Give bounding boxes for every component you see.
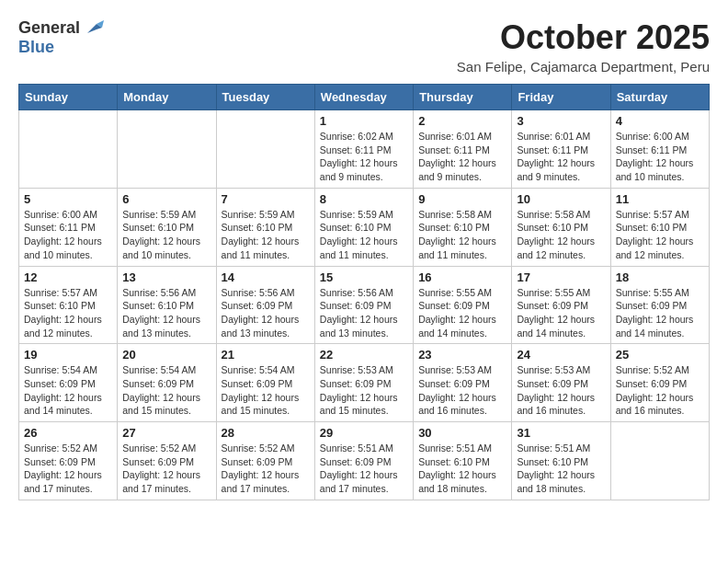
day-number: 28 [222, 426, 310, 440]
calendar-day-cell: 2Sunrise: 6:01 AMSunset: 6:11 PMDaylight… [414, 110, 512, 189]
day-info: Sunrise: 6:01 AMSunset: 6:11 PMDaylight:… [517, 130, 605, 184]
day-number: 26 [24, 426, 112, 440]
day-number: 7 [222, 192, 310, 206]
calendar-weekday-header: Wednesday [314, 85, 413, 110]
day-number: 25 [616, 348, 704, 362]
day-info: Sunrise: 6:02 AMSunset: 6:11 PMDaylight:… [320, 130, 408, 184]
calendar-day-cell: 17Sunrise: 5:55 AMSunset: 6:09 PMDayligh… [512, 266, 610, 344]
calendar-day-cell: 16Sunrise: 5:55 AMSunset: 6:09 PMDayligh… [414, 266, 512, 344]
calendar-day-cell [216, 110, 314, 189]
day-number: 23 [418, 348, 506, 362]
day-info: Sunrise: 5:56 AMSunset: 6:09 PMDaylight:… [320, 286, 408, 340]
location-subtitle: San Felipe, Cajamarca Department, Peru [457, 59, 710, 75]
calendar-day-cell: 27Sunrise: 5:52 AMSunset: 6:09 PMDayligh… [118, 422, 216, 500]
calendar-day-cell: 25Sunrise: 5:52 AMSunset: 6:09 PMDayligh… [610, 344, 709, 422]
calendar-weekday-header: Monday [118, 85, 216, 110]
calendar-day-cell: 18Sunrise: 5:55 AMSunset: 6:09 PMDayligh… [610, 266, 709, 344]
calendar-week-row: 26Sunrise: 5:52 AMSunset: 6:09 PMDayligh… [19, 422, 710, 500]
day-info: Sunrise: 5:58 AMSunset: 6:10 PMDaylight:… [517, 208, 605, 262]
day-info: Sunrise: 5:51 AMSunset: 6:10 PMDaylight:… [517, 442, 605, 496]
day-info: Sunrise: 5:58 AMSunset: 6:10 PMDaylight:… [418, 208, 506, 262]
day-number: 16 [418, 270, 506, 284]
day-info: Sunrise: 5:55 AMSunset: 6:09 PMDaylight:… [616, 286, 704, 340]
logo-blue-text: Blue [18, 38, 54, 56]
day-number: 5 [24, 192, 112, 206]
calendar-day-cell: 3Sunrise: 6:01 AMSunset: 6:11 PMDaylight… [512, 110, 610, 189]
calendar-week-row: 5Sunrise: 6:00 AMSunset: 6:11 PMDaylight… [19, 188, 710, 266]
calendar-weekday-header: Sunday [19, 85, 118, 110]
calendar-weekday-header: Saturday [610, 85, 709, 110]
day-info: Sunrise: 5:54 AMSunset: 6:09 PMDaylight:… [222, 363, 310, 418]
day-number: 14 [222, 270, 310, 284]
calendar-day-cell: 29Sunrise: 5:51 AMSunset: 6:09 PMDayligh… [314, 422, 413, 500]
month-title: October 2025 [457, 18, 710, 57]
day-number: 11 [616, 192, 704, 206]
day-info: Sunrise: 5:51 AMSunset: 6:10 PMDaylight:… [418, 442, 506, 496]
day-number: 24 [517, 348, 605, 362]
day-info: Sunrise: 5:59 AMSunset: 6:10 PMDaylight:… [320, 208, 408, 262]
day-number: 8 [320, 192, 408, 206]
day-number: 15 [320, 270, 408, 284]
day-info: Sunrise: 5:57 AMSunset: 6:10 PMDaylight:… [24, 286, 112, 340]
day-info: Sunrise: 5:54 AMSunset: 6:09 PMDaylight:… [122, 363, 210, 418]
day-number: 21 [222, 348, 310, 362]
day-number: 4 [616, 114, 704, 128]
day-info: Sunrise: 5:59 AMSunset: 6:10 PMDaylight:… [122, 208, 210, 262]
day-info: Sunrise: 6:01 AMSunset: 6:11 PMDaylight:… [418, 130, 506, 184]
calendar-day-cell: 4Sunrise: 6:00 AMSunset: 6:11 PMDaylight… [610, 110, 709, 189]
day-number: 12 [24, 270, 112, 284]
calendar-day-cell: 31Sunrise: 5:51 AMSunset: 6:10 PMDayligh… [512, 422, 610, 500]
day-number: 10 [517, 192, 605, 206]
calendar-day-cell: 24Sunrise: 5:53 AMSunset: 6:09 PMDayligh… [512, 344, 610, 422]
calendar-day-cell: 5Sunrise: 6:00 AMSunset: 6:11 PMDaylight… [19, 188, 118, 266]
page-header: General Blue October 2025 San Felipe, Ca… [18, 18, 710, 75]
day-number: 17 [517, 270, 605, 284]
calendar-day-cell: 23Sunrise: 5:53 AMSunset: 6:09 PMDayligh… [414, 344, 512, 422]
day-info: Sunrise: 6:00 AMSunset: 6:11 PMDaylight:… [24, 208, 112, 262]
calendar-day-cell: 19Sunrise: 5:54 AMSunset: 6:09 PMDayligh… [19, 344, 118, 422]
calendar-day-cell: 13Sunrise: 5:56 AMSunset: 6:10 PMDayligh… [118, 266, 216, 344]
calendar-day-cell: 28Sunrise: 5:52 AMSunset: 6:09 PMDayligh… [216, 422, 314, 500]
day-info: Sunrise: 5:57 AMSunset: 6:10 PMDaylight:… [616, 208, 704, 262]
calendar-header-row: SundayMondayTuesdayWednesdayThursdayFrid… [19, 85, 710, 110]
day-info: Sunrise: 5:53 AMSunset: 6:09 PMDaylight:… [517, 363, 605, 418]
day-number: 31 [517, 426, 605, 440]
day-info: Sunrise: 5:53 AMSunset: 6:09 PMDaylight:… [320, 363, 408, 418]
calendar-day-cell: 9Sunrise: 5:58 AMSunset: 6:10 PMDaylight… [414, 188, 512, 266]
day-number: 19 [24, 348, 112, 362]
calendar-week-row: 12Sunrise: 5:57 AMSunset: 6:10 PMDayligh… [19, 266, 710, 344]
day-info: Sunrise: 5:56 AMSunset: 6:09 PMDaylight:… [222, 286, 310, 340]
day-number: 13 [122, 270, 210, 284]
day-info: Sunrise: 5:55 AMSunset: 6:09 PMDaylight:… [418, 286, 506, 340]
day-info: Sunrise: 5:52 AMSunset: 6:09 PMDaylight:… [616, 363, 704, 418]
calendar-day-cell: 7Sunrise: 5:59 AMSunset: 6:10 PMDaylight… [216, 188, 314, 266]
day-number: 3 [517, 114, 605, 128]
calendar-day-cell: 22Sunrise: 5:53 AMSunset: 6:09 PMDayligh… [314, 344, 413, 422]
calendar-day-cell: 20Sunrise: 5:54 AMSunset: 6:09 PMDayligh… [118, 344, 216, 422]
day-info: Sunrise: 5:56 AMSunset: 6:10 PMDaylight:… [122, 286, 210, 340]
calendar-day-cell [610, 422, 709, 500]
calendar-week-row: 19Sunrise: 5:54 AMSunset: 6:09 PMDayligh… [19, 344, 710, 422]
day-info: Sunrise: 5:52 AMSunset: 6:09 PMDaylight:… [122, 442, 210, 496]
day-number: 27 [122, 426, 210, 440]
calendar-day-cell: 12Sunrise: 5:57 AMSunset: 6:10 PMDayligh… [19, 266, 118, 344]
day-info: Sunrise: 5:52 AMSunset: 6:09 PMDaylight:… [24, 442, 112, 496]
day-number: 30 [418, 426, 506, 440]
day-info: Sunrise: 5:59 AMSunset: 6:10 PMDaylight:… [222, 208, 310, 262]
calendar-table: SundayMondayTuesdayWednesdayThursdayFrid… [18, 84, 710, 500]
day-number: 1 [320, 114, 408, 128]
day-number: 2 [418, 114, 506, 128]
logo: General Blue [18, 18, 104, 57]
calendar-day-cell: 15Sunrise: 5:56 AMSunset: 6:09 PMDayligh… [314, 266, 413, 344]
calendar-week-row: 1Sunrise: 6:02 AMSunset: 6:11 PMDaylight… [19, 110, 710, 189]
calendar-day-cell: 30Sunrise: 5:51 AMSunset: 6:10 PMDayligh… [414, 422, 512, 500]
day-info: Sunrise: 5:51 AMSunset: 6:09 PMDaylight:… [320, 442, 408, 496]
calendar-day-cell: 26Sunrise: 5:52 AMSunset: 6:09 PMDayligh… [19, 422, 118, 500]
day-number: 29 [320, 426, 408, 440]
calendar-day-cell: 10Sunrise: 5:58 AMSunset: 6:10 PMDayligh… [512, 188, 610, 266]
day-info: Sunrise: 5:52 AMSunset: 6:09 PMDaylight:… [222, 442, 310, 496]
day-info: Sunrise: 5:54 AMSunset: 6:09 PMDaylight:… [24, 363, 112, 418]
calendar-day-cell: 11Sunrise: 5:57 AMSunset: 6:10 PMDayligh… [610, 188, 709, 266]
day-info: Sunrise: 6:00 AMSunset: 6:11 PMDaylight:… [616, 130, 704, 184]
calendar-day-cell [118, 110, 216, 189]
